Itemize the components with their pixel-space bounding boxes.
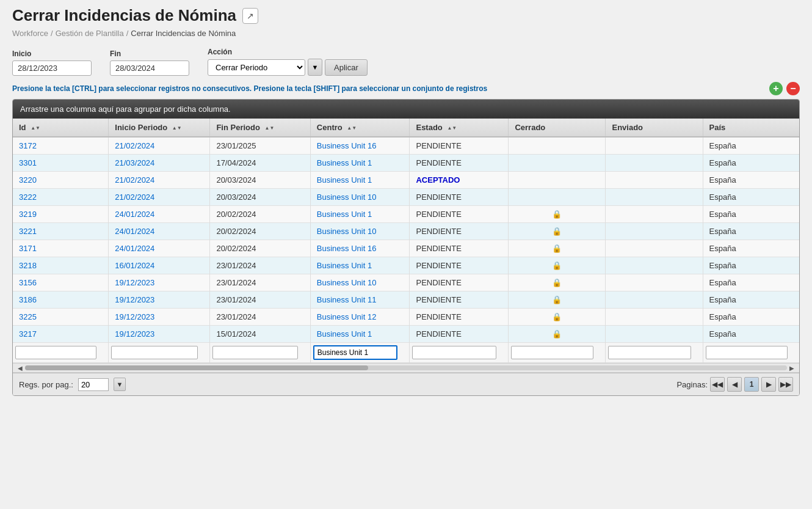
scroll-left-arrow[interactable]: ◀ (15, 363, 25, 373)
cell-inicio: 24/01/2024 (109, 240, 210, 257)
horizontal-scrollbar[interactable]: ◀ ▶ (13, 363, 799, 373)
info-text: Presione la tecla [CTRL] para selecciona… (12, 84, 487, 93)
cell-estado: PENDIENTE (410, 223, 509, 240)
filter-inicio-input[interactable] (111, 346, 197, 359)
filter-cerrado-input[interactable] (511, 346, 593, 359)
cell-enviado (606, 155, 703, 172)
cell-centro: Business Unit 16 (310, 240, 410, 257)
filter-id-input[interactable] (15, 346, 96, 359)
data-grid: Arrastre una columna aquí para agrupar p… (12, 99, 800, 396)
col-cerrado[interactable]: Cerrado (509, 119, 606, 137)
cell-fin: 20/03/2024 (210, 189, 310, 206)
cell-inicio: 21/02/2024 (109, 172, 210, 189)
filter-fin-input[interactable] (212, 346, 298, 359)
regs-input[interactable] (78, 378, 109, 391)
filter-cell-inicio[interactable] (109, 343, 210, 363)
col-id[interactable]: Id ▲▼ (13, 119, 109, 137)
cell-centro: Business Unit 10 (310, 274, 410, 291)
filter-cell-estado[interactable] (410, 343, 509, 363)
cell-cerrado: 🔒 (509, 240, 606, 257)
filter-pais-input[interactable] (706, 346, 788, 359)
inicio-input[interactable] (12, 60, 92, 76)
cell-centro: Business Unit 1 (310, 155, 410, 172)
cell-fin: 20/03/2024 (210, 172, 310, 189)
cell-enviado (606, 223, 703, 240)
filter-centro-input[interactable] (313, 345, 397, 360)
table-row[interactable]: 3220 21/02/2024 20/03/2024 Business Unit… (13, 172, 799, 189)
cell-pais: España (703, 326, 799, 343)
cell-estado: PENDIENTE (410, 326, 509, 343)
apply-button[interactable]: Aplicar (325, 59, 368, 76)
cell-inicio: 24/01/2024 (109, 206, 210, 223)
accion-select[interactable]: Cerrar Periodo (208, 59, 305, 76)
regs-arrow-button[interactable]: ▼ (114, 378, 126, 391)
filter-cell-centro[interactable] (310, 343, 410, 363)
breadcrumb-workforce[interactable]: Workforce (12, 29, 48, 38)
breadcrumb-sep-1: / (51, 29, 53, 38)
last-page-button[interactable]: ▶▶ (778, 377, 793, 392)
cell-pais: España (703, 257, 799, 274)
breadcrumb-current: Cerrar Incidencias de Nómina (131, 29, 236, 38)
filter-cell-enviado[interactable] (606, 343, 703, 363)
filter-estado-input[interactable] (412, 346, 496, 359)
scrollbar-thumb[interactable] (25, 365, 368, 370)
cell-cerrado: 🔒 (509, 257, 606, 274)
add-icon[interactable]: + (769, 82, 783, 95)
table-row[interactable]: 3221 24/01/2024 20/02/2024 Business Unit… (13, 223, 799, 240)
first-page-button[interactable]: ◀◀ (710, 377, 725, 392)
cell-pais: España (703, 155, 799, 172)
col-estado[interactable]: Estado ▲▼ (410, 119, 509, 137)
scrollbar-track[interactable] (25, 365, 787, 370)
cell-centro: Business Unit 1 (310, 326, 410, 343)
cell-enviado (606, 206, 703, 223)
cell-estado: PENDIENTE (410, 206, 509, 223)
col-centro[interactable]: Centro ▲▼ (310, 119, 410, 137)
filter-cell-pais[interactable] (703, 343, 799, 363)
filter-cell-id[interactable] (13, 343, 109, 363)
col-fin-periodo[interactable]: Fin Periodo ▲▼ (210, 119, 310, 137)
table-header-row: Id ▲▼ Inicio Periodo ▲▼ Fin Periodo ▲▼ C… (13, 119, 799, 137)
cell-cerrado: 🔒 (509, 326, 606, 343)
table-row[interactable]: 3217 19/12/2023 15/01/2024 Business Unit… (13, 326, 799, 343)
cell-estado: PENDIENTE (410, 291, 509, 309)
scroll-right-arrow[interactable]: ▶ (787, 363, 797, 373)
cell-estado: PENDIENTE (410, 189, 509, 206)
cell-fin: 23/01/2025 (210, 137, 310, 155)
next-page-button[interactable]: ▶ (761, 377, 776, 392)
cell-inicio: 19/12/2023 (109, 326, 210, 343)
table-row[interactable]: 3171 24/01/2024 20/02/2024 Business Unit… (13, 240, 799, 257)
sort-id-icon: ▲▼ (31, 126, 40, 131)
col-enviado[interactable]: Enviado (606, 119, 703, 137)
table-row[interactable]: 3172 21/02/2024 23/01/2025 Business Unit… (13, 137, 799, 155)
cell-enviado (606, 137, 703, 155)
cell-fin: 23/01/2024 (210, 309, 310, 326)
col-pais[interactable]: País (703, 119, 799, 137)
filter-enviado-input[interactable] (608, 346, 691, 359)
col-inicio-periodo[interactable]: Inicio Periodo ▲▼ (109, 119, 210, 137)
table-row[interactable]: 3219 24/01/2024 20/02/2024 Business Unit… (13, 206, 799, 223)
accion-arrow-button[interactable]: ▼ (308, 59, 322, 76)
cell-inicio: 19/12/2023 (109, 274, 210, 291)
cell-pais: España (703, 291, 799, 309)
remove-icon[interactable]: − (786, 82, 800, 95)
cell-inicio: 24/01/2024 (109, 223, 210, 240)
table-row[interactable]: 3222 21/02/2024 20/03/2024 Business Unit… (13, 189, 799, 206)
filter-cell-cerrado[interactable] (509, 343, 606, 363)
cell-cerrado: 🔒 (509, 223, 606, 240)
cell-estado: PENDIENTE (410, 274, 509, 291)
fin-input[interactable] (110, 60, 189, 76)
table-row[interactable]: 3301 21/03/2024 17/04/2024 Business Unit… (13, 155, 799, 172)
data-table: Id ▲▼ Inicio Periodo ▲▼ Fin Periodo ▲▼ C… (13, 119, 799, 363)
breadcrumb-gestion[interactable]: Gestión de Plantilla (56, 29, 124, 38)
prev-page-button[interactable]: ◀ (727, 377, 742, 392)
table-row[interactable]: 3218 16/01/2024 23/01/2024 Business Unit… (13, 257, 799, 274)
expand-button[interactable]: ↗ (242, 8, 258, 24)
cell-id: 3217 (13, 326, 109, 343)
filter-cell-fin[interactable] (210, 343, 310, 363)
table-row[interactable]: 3225 19/12/2023 23/01/2024 Business Unit… (13, 309, 799, 326)
table-row[interactable]: 3156 19/12/2023 23/01/2024 Business Unit… (13, 274, 799, 291)
cell-inicio: 19/12/2023 (109, 291, 210, 309)
current-page-button[interactable]: 1 (744, 377, 759, 392)
table-row[interactable]: 3186 19/12/2023 23/01/2024 Business Unit… (13, 291, 799, 309)
cell-cerrado: 🔒 (509, 309, 606, 326)
